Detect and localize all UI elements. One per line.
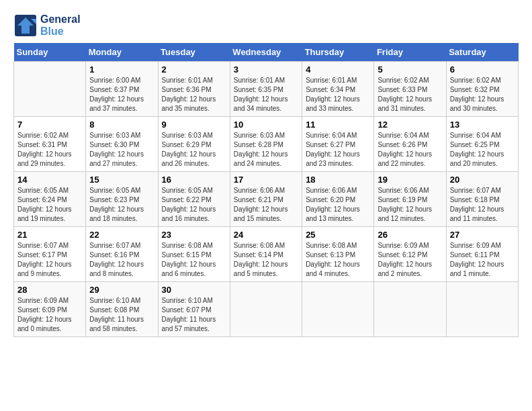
calendar-cell: 18Sunrise: 6:06 AM Sunset: 6:20 PM Dayli… [302, 172, 374, 227]
logo-text-general: General [40, 13, 81, 26]
calendar-cell [446, 282, 518, 337]
day-number: 8 [89, 120, 154, 130]
calendar-cell: 13Sunrise: 6:04 AM Sunset: 6:25 PM Dayli… [446, 117, 518, 172]
day-number: 1 [89, 64, 154, 75]
calendar-week-1: 1Sunrise: 6:00 AM Sunset: 6:37 PM Daylig… [14, 62, 519, 117]
day-number: 16 [162, 175, 226, 185]
day-info: Sunrise: 6:03 AM Sunset: 6:28 PM Dayligh… [234, 131, 298, 169]
calendar-cell: 4Sunrise: 6:01 AM Sunset: 6:34 PM Daylig… [302, 62, 374, 117]
day-info: Sunrise: 6:09 AM Sunset: 6:12 PM Dayligh… [378, 241, 442, 279]
logo-icon [13, 13, 38, 38]
day-number: 28 [17, 285, 82, 295]
calendar-cell: 26Sunrise: 6:09 AM Sunset: 6:12 PM Dayli… [374, 227, 446, 282]
day-number: 12 [378, 120, 442, 130]
day-info: Sunrise: 6:00 AM Sunset: 6:37 PM Dayligh… [89, 76, 154, 113]
day-info: Sunrise: 6:10 AM Sunset: 6:07 PM Dayligh… [162, 296, 226, 334]
day-number: 25 [306, 230, 370, 240]
day-number: 4 [306, 64, 370, 75]
day-info: Sunrise: 6:08 AM Sunset: 6:15 PM Dayligh… [162, 241, 226, 279]
day-info: Sunrise: 6:02 AM Sunset: 6:31 PM Dayligh… [17, 131, 82, 169]
day-info: Sunrise: 6:01 AM Sunset: 6:34 PM Dayligh… [306, 76, 370, 113]
day-number: 14 [17, 175, 82, 185]
day-number: 13 [450, 120, 515, 130]
calendar-cell: 1Sunrise: 6:00 AM Sunset: 6:37 PM Daylig… [86, 62, 158, 117]
calendar-cell: 3Sunrise: 6:01 AM Sunset: 6:35 PM Daylig… [230, 62, 302, 117]
day-info: Sunrise: 6:03 AM Sunset: 6:30 PM Dayligh… [89, 131, 154, 169]
day-number: 26 [378, 230, 442, 240]
calendar-cell: 30Sunrise: 6:10 AM Sunset: 6:07 PM Dayli… [158, 282, 230, 337]
calendar-cell: 12Sunrise: 6:04 AM Sunset: 6:26 PM Dayli… [374, 117, 446, 172]
day-number: 2 [162, 64, 226, 75]
day-info: Sunrise: 6:06 AM Sunset: 6:21 PM Dayligh… [234, 186, 298, 224]
day-info: Sunrise: 6:09 AM Sunset: 6:11 PM Dayligh… [450, 241, 515, 279]
calendar-cell: 28Sunrise: 6:09 AM Sunset: 6:09 PM Dayli… [14, 282, 86, 337]
calendar-cell [14, 62, 86, 117]
day-number: 17 [234, 175, 298, 185]
calendar-cell: 20Sunrise: 6:07 AM Sunset: 6:18 PM Dayli… [446, 172, 518, 227]
calendar-cell [302, 282, 374, 337]
calendar-cell: 9Sunrise: 6:03 AM Sunset: 6:29 PM Daylig… [158, 117, 230, 172]
calendar-header-tuesday: Tuesday [158, 43, 230, 62]
day-number: 6 [450, 64, 515, 75]
calendar-cell: 15Sunrise: 6:05 AM Sunset: 6:23 PM Dayli… [86, 172, 158, 227]
calendar-cell: 19Sunrise: 6:06 AM Sunset: 6:19 PM Dayli… [374, 172, 446, 227]
day-info: Sunrise: 6:01 AM Sunset: 6:36 PM Dayligh… [162, 76, 226, 113]
day-number: 20 [450, 175, 515, 185]
day-number: 29 [89, 285, 154, 295]
calendar-table: SundayMondayTuesdayWednesdayThursdayFrid… [13, 43, 519, 337]
day-number: 10 [234, 120, 298, 130]
day-number: 27 [450, 230, 515, 240]
day-info: Sunrise: 6:01 AM Sunset: 6:35 PM Dayligh… [234, 76, 298, 113]
day-info: Sunrise: 6:03 AM Sunset: 6:29 PM Dayligh… [162, 131, 226, 169]
day-number: 18 [306, 175, 370, 185]
calendar-cell: 11Sunrise: 6:04 AM Sunset: 6:27 PM Dayli… [302, 117, 374, 172]
calendar-cell: 21Sunrise: 6:07 AM Sunset: 6:17 PM Dayli… [14, 227, 86, 282]
day-info: Sunrise: 6:04 AM Sunset: 6:26 PM Dayligh… [378, 131, 442, 169]
day-number: 22 [89, 230, 154, 240]
calendar-header-friday: Friday [374, 43, 446, 62]
calendar-header-sunday: Sunday [14, 43, 86, 62]
calendar-cell: 8Sunrise: 6:03 AM Sunset: 6:30 PM Daylig… [86, 117, 158, 172]
day-number: 15 [89, 175, 154, 185]
day-info: Sunrise: 6:04 AM Sunset: 6:25 PM Dayligh… [450, 131, 515, 169]
calendar-cell [230, 282, 302, 337]
calendar-header-thursday: Thursday [302, 43, 374, 62]
day-number: 30 [162, 285, 226, 295]
day-info: Sunrise: 6:02 AM Sunset: 6:32 PM Dayligh… [450, 76, 515, 113]
day-number: 24 [234, 230, 298, 240]
calendar-cell: 14Sunrise: 6:05 AM Sunset: 6:24 PM Dayli… [14, 172, 86, 227]
day-number: 5 [378, 64, 442, 75]
calendar-cell: 6Sunrise: 6:02 AM Sunset: 6:32 PM Daylig… [446, 62, 518, 117]
day-info: Sunrise: 6:08 AM Sunset: 6:13 PM Dayligh… [306, 241, 370, 279]
calendar-header-monday: Monday [86, 43, 158, 62]
calendar-cell: 7Sunrise: 6:02 AM Sunset: 6:31 PM Daylig… [14, 117, 86, 172]
page-container: General Blue SundayMondayTuesdayWednesda… [13, 13, 519, 337]
day-info: Sunrise: 6:05 AM Sunset: 6:24 PM Dayligh… [17, 186, 82, 224]
calendar-cell: 5Sunrise: 6:02 AM Sunset: 6:33 PM Daylig… [374, 62, 446, 117]
logo-text-blue: Blue [40, 26, 81, 38]
calendar-week-2: 7Sunrise: 6:02 AM Sunset: 6:31 PM Daylig… [14, 117, 519, 172]
day-info: Sunrise: 6:07 AM Sunset: 6:16 PM Dayligh… [89, 241, 154, 279]
day-number: 9 [162, 120, 226, 130]
day-info: Sunrise: 6:06 AM Sunset: 6:19 PM Dayligh… [378, 186, 442, 224]
day-number: 21 [17, 230, 82, 240]
day-info: Sunrise: 6:07 AM Sunset: 6:18 PM Dayligh… [450, 186, 515, 224]
day-info: Sunrise: 6:09 AM Sunset: 6:09 PM Dayligh… [17, 296, 82, 334]
calendar-cell: 17Sunrise: 6:06 AM Sunset: 6:21 PM Dayli… [230, 172, 302, 227]
day-info: Sunrise: 6:05 AM Sunset: 6:23 PM Dayligh… [89, 186, 154, 224]
day-info: Sunrise: 6:05 AM Sunset: 6:22 PM Dayligh… [162, 186, 226, 224]
day-info: Sunrise: 6:07 AM Sunset: 6:17 PM Dayligh… [17, 241, 82, 279]
calendar-week-3: 14Sunrise: 6:05 AM Sunset: 6:24 PM Dayli… [14, 172, 519, 227]
calendar-cell: 25Sunrise: 6:08 AM Sunset: 6:13 PM Dayli… [302, 227, 374, 282]
calendar-cell: 23Sunrise: 6:08 AM Sunset: 6:15 PM Dayli… [158, 227, 230, 282]
calendar-header-wednesday: Wednesday [230, 43, 302, 62]
calendar-cell: 29Sunrise: 6:10 AM Sunset: 6:08 PM Dayli… [86, 282, 158, 337]
calendar-cell: 2Sunrise: 6:01 AM Sunset: 6:36 PM Daylig… [158, 62, 230, 117]
calendar-cell: 16Sunrise: 6:05 AM Sunset: 6:22 PM Dayli… [158, 172, 230, 227]
day-number: 19 [378, 175, 442, 185]
day-info: Sunrise: 6:06 AM Sunset: 6:20 PM Dayligh… [306, 186, 370, 224]
calendar-header-row: SundayMondayTuesdayWednesdayThursdayFrid… [14, 43, 519, 62]
logo: General Blue [13, 13, 81, 38]
calendar-week-4: 21Sunrise: 6:07 AM Sunset: 6:17 PM Dayli… [14, 227, 519, 282]
day-number: 3 [234, 64, 298, 75]
